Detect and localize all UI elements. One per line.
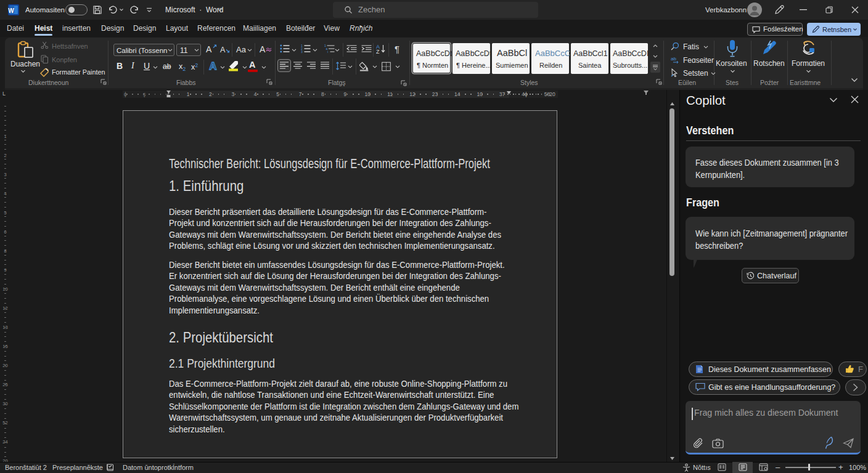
svg-text:3: 3 — [301, 50, 303, 53]
svg-text:ab: ab — [671, 56, 676, 62]
svg-text:A: A — [209, 60, 216, 71]
svg-text:Z: Z — [376, 49, 380, 54]
svg-text:W: W — [8, 7, 14, 14]
svg-text:i: i — [327, 50, 328, 53]
